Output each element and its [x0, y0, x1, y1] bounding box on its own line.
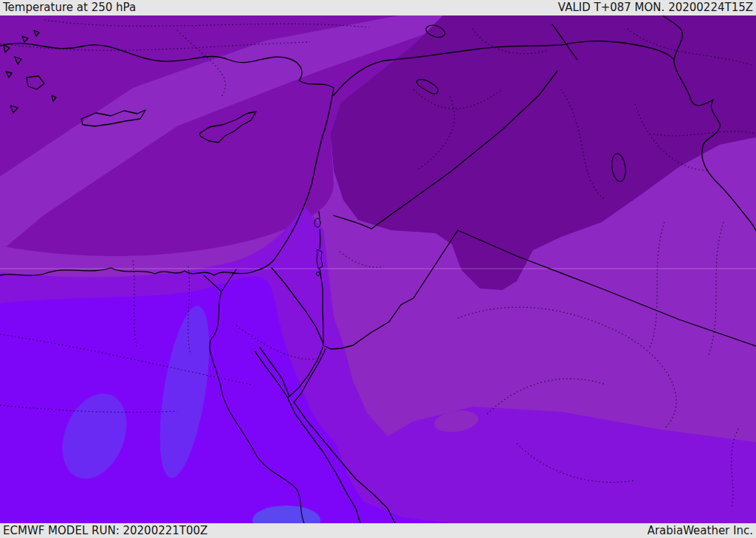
temp-band-dark-spot-south2	[574, 404, 596, 415]
footer-bar: ECMWF MODEL RUN: 20200221T00Z ArabiaWeat…	[0, 523, 756, 538]
model-run-label: ECMWF MODEL RUN: 20200221T00Z	[3, 525, 207, 537]
valid-time-label: VALID T+087 MON. 20200224T15Z	[558, 2, 753, 13]
provider-credit: ArabiaWeather Inc.	[647, 525, 753, 537]
map-svg	[0, 15, 756, 523]
weather-map	[0, 15, 756, 523]
map-title: Temperature at 250 hPa	[3, 2, 136, 13]
header-bar: Temperature at 250 hPa VALID T+087 MON. …	[0, 0, 756, 15]
